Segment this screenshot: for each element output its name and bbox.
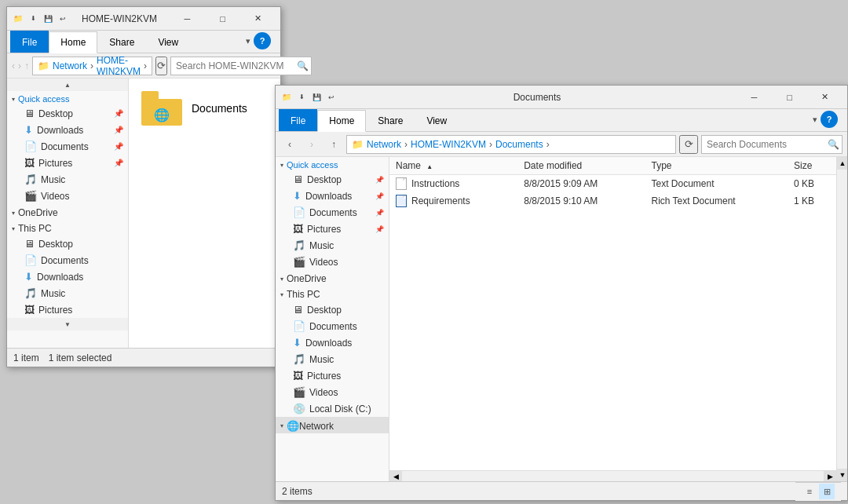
file-row-instructions[interactable]: Instructions 8/8/2015 9:09 AM Text Docum… bbox=[389, 175, 836, 193]
file-row-requirements[interactable]: Requirements 8/8/2015 9:10 AM Rich Text … bbox=[389, 192, 836, 210]
file-area-win1[interactable]: 🌐 Documents bbox=[129, 79, 280, 348]
sidebar-item-pc-music-win2[interactable]: 🎵 Music bbox=[276, 351, 389, 367]
sidebar-section-onedrive-win1[interactable]: ▾ OneDrive bbox=[7, 204, 128, 220]
window-controls-win2: ─ □ ✕ bbox=[737, 86, 843, 109]
pc-videos-icon-win2: 🎬 bbox=[293, 386, 305, 398]
sidebar-item-downloads-win1[interactable]: ⬇ Downloads 📌 bbox=[7, 122, 128, 138]
col-date-win2[interactable]: Date modified bbox=[517, 157, 645, 175]
sidebar-item-pc-docs-win2[interactable]: 📄 Documents bbox=[276, 318, 389, 334]
tab-view-win2[interactable]: View bbox=[415, 109, 459, 131]
refresh-btn-win2[interactable]: ⟳ bbox=[679, 135, 698, 154]
sidebar-scroll-up-win1[interactable]: ▲ bbox=[7, 79, 128, 91]
close-btn-win1[interactable]: ✕ bbox=[240, 7, 276, 31]
sidebar-item-pictures-win2[interactable]: 🖼 Pictures 📌 bbox=[276, 221, 389, 237]
sidebar-section-thispc-win1[interactable]: ▾ This PC bbox=[7, 220, 128, 236]
sidebar-item-videos-win1[interactable]: 🎬 Videos bbox=[7, 188, 128, 204]
sidebar-item-music-win2[interactable]: 🎵 Music bbox=[276, 237, 389, 254]
tab-file-win1[interactable]: File bbox=[10, 31, 49, 53]
hscroll-right-btn-win2[interactable]: ▶ bbox=[824, 471, 836, 482]
refresh-btn-win1[interactable]: ⟳ bbox=[155, 57, 167, 75]
back-btn-win2[interactable]: ‹ bbox=[280, 135, 299, 154]
sidebar-section-quickaccess-win1[interactable]: ▾ Quick access bbox=[7, 91, 128, 105]
title-text-win1: HOME-WIN2KVM bbox=[72, 13, 166, 24]
sidebar-item-downloads-win2[interactable]: ⬇ Downloads 📌 bbox=[276, 188, 389, 204]
status-bar-win1: 1 item 1 item selected bbox=[7, 348, 280, 367]
path-home-win2[interactable]: HOME-WIN2KVM bbox=[411, 139, 486, 150]
music-label-win2: Music bbox=[309, 240, 334, 251]
sidebar-item-local-disk-win2[interactable]: 💿 Local Disk (C:) bbox=[276, 400, 389, 417]
sidebar-item-documents-win1[interactable]: 📄 Documents 📌 bbox=[7, 138, 128, 155]
tab-share-win2[interactable]: Share bbox=[366, 109, 415, 131]
window-documents[interactable]: 📁 ⬇ 💾 ↩ Documents ─ □ ✕ File Home Share … bbox=[275, 85, 848, 501]
tab-file-win2[interactable]: File bbox=[279, 109, 317, 131]
minimize-btn-win1[interactable]: ─ bbox=[170, 7, 205, 31]
pc-videos-label-win2: Videos bbox=[309, 387, 338, 398]
sidebar-item-pc-docs-win1[interactable]: 📄 Documents bbox=[7, 252, 128, 268]
help-btn-win2[interactable]: ? bbox=[821, 111, 838, 128]
address-path-win2[interactable]: 📁 Network › HOME-WIN2KVM › Documents › bbox=[346, 135, 676, 154]
help-btn-win1[interactable]: ? bbox=[254, 32, 271, 49]
path-network-win2[interactable]: Network bbox=[367, 139, 401, 150]
tab-view-win1[interactable]: View bbox=[146, 31, 190, 53]
status-count-win2: 2 items bbox=[282, 486, 313, 497]
sidebar-item-music-win1[interactable]: 🎵 Music bbox=[7, 171, 128, 188]
address-path-win1[interactable]: 📁 Network › HOME-WIN2KVM › bbox=[32, 57, 152, 75]
col-type-win2[interactable]: Type bbox=[645, 157, 788, 175]
search-box-win2[interactable]: 🔍 bbox=[701, 135, 843, 154]
search-input-win2[interactable] bbox=[707, 139, 824, 150]
undo-icon-win2: ↩ bbox=[325, 91, 338, 104]
sidebar-item-pc-desktop-win1[interactable]: 🖥 Desktop bbox=[7, 236, 128, 252]
path-documents-win2[interactable]: Documents bbox=[495, 139, 543, 150]
search-input-win1[interactable] bbox=[176, 60, 294, 71]
forward-btn-win2[interactable]: › bbox=[302, 135, 321, 154]
sidebar-item-pc-videos-win2[interactable]: 🎬 Videos bbox=[276, 384, 389, 400]
col-name-win2[interactable]: Name ▲ bbox=[389, 157, 517, 175]
vscroll-down-btn-win2[interactable]: ▼ bbox=[837, 469, 847, 481]
window-home-win2kvm[interactable]: 📁 ⬇ 💾 ↩ HOME-WIN2KVM ─ □ ✕ File Home Sha… bbox=[6, 6, 281, 367]
sidebar-item-pc-desktop-win2[interactable]: 🖥 Desktop bbox=[276, 301, 389, 318]
sidebar-section-quickaccess-win2[interactable]: ▾ Quick access bbox=[276, 157, 389, 171]
search-box-win1[interactable]: 🔍 bbox=[170, 57, 312, 75]
sidebar-section-onedrive-win2[interactable]: ▾ OneDrive bbox=[276, 270, 389, 286]
tab-home-win1[interactable]: Home bbox=[49, 31, 97, 53]
sidebar-section-thispc-win2[interactable]: ▾ This PC bbox=[276, 286, 389, 301]
sidebar-item-pc-pictures-win1[interactable]: 🖼 Pictures bbox=[7, 301, 128, 318]
search-icon-win2: 🔍 bbox=[828, 139, 839, 150]
onedrive-label-win2: OneDrive bbox=[287, 273, 327, 284]
large-folder-label-win1: Documents bbox=[192, 102, 247, 115]
maximize-btn-win1[interactable]: □ bbox=[205, 7, 240, 31]
forward-btn-win1[interactable]: › bbox=[18, 57, 21, 75]
ribbon-chevron-win2[interactable]: ▾ ? bbox=[806, 108, 844, 131]
path-network-win1[interactable]: Network bbox=[53, 60, 87, 71]
minimize-btn-win2[interactable]: ─ bbox=[737, 86, 772, 109]
view-large-btn-win2[interactable]: ⊞ bbox=[819, 484, 835, 499]
close-btn-win2[interactable]: ✕ bbox=[807, 86, 843, 109]
tab-share-win1[interactable]: Share bbox=[97, 31, 146, 53]
onedrive-label-win1: OneDrive bbox=[18, 207, 58, 218]
hscroll-left-btn-win2[interactable]: ◀ bbox=[389, 471, 402, 482]
sidebar-item-pc-downloads-win2[interactable]: ⬇ Downloads bbox=[276, 334, 389, 351]
col-size-win2[interactable]: Size bbox=[788, 157, 836, 175]
sidebar-item-videos-win2[interactable]: 🎬 Videos bbox=[276, 254, 389, 270]
maximize-btn-win2[interactable]: □ bbox=[772, 86, 807, 109]
hscroll-bar-win2[interactable]: ◀ ▶ bbox=[389, 470, 836, 481]
path-home-win1[interactable]: HOME-WIN2KVM bbox=[97, 55, 141, 77]
up-btn-win1[interactable]: ↑ bbox=[24, 57, 29, 75]
sidebar-item-pc-music-win1[interactable]: 🎵 Music bbox=[7, 285, 128, 301]
pc-docs-icon-win2: 📄 bbox=[293, 320, 305, 332]
back-btn-win1[interactable]: ‹ bbox=[12, 57, 15, 75]
view-details-btn-win2[interactable]: ≡ bbox=[802, 484, 817, 499]
tab-home-win2[interactable]: Home bbox=[317, 110, 366, 132]
up-btn-win2[interactable]: ↑ bbox=[324, 135, 343, 154]
sidebar-item-documents-win2[interactable]: 📄 Documents 📌 bbox=[276, 204, 389, 221]
vscroll-up-btn-win2[interactable]: ▲ bbox=[837, 157, 847, 170]
sidebar-item-desktop-win2[interactable]: 🖥 Desktop 📌 bbox=[276, 171, 389, 188]
sidebar-section-network-win2[interactable]: ▾ 🌐 Network bbox=[276, 417, 389, 433]
file-area-win2[interactable]: Name ▲ Date modified Type Size bbox=[389, 157, 836, 470]
ribbon-chevron-win1[interactable]: ▾ ? bbox=[239, 29, 277, 53]
sidebar-item-desktop-win1[interactable]: 🖥 Desktop 📌 bbox=[7, 105, 128, 122]
sidebar-item-pc-downloads-win1[interactable]: ⬇ Downloads bbox=[7, 268, 128, 285]
sidebar-scroll-down-win1[interactable]: ▼ bbox=[7, 318, 128, 331]
sidebar-item-pc-pictures-win2[interactable]: 🖼 Pictures bbox=[276, 367, 389, 384]
sidebar-item-pictures-win1[interactable]: 🖼 Pictures 📌 bbox=[7, 155, 128, 171]
